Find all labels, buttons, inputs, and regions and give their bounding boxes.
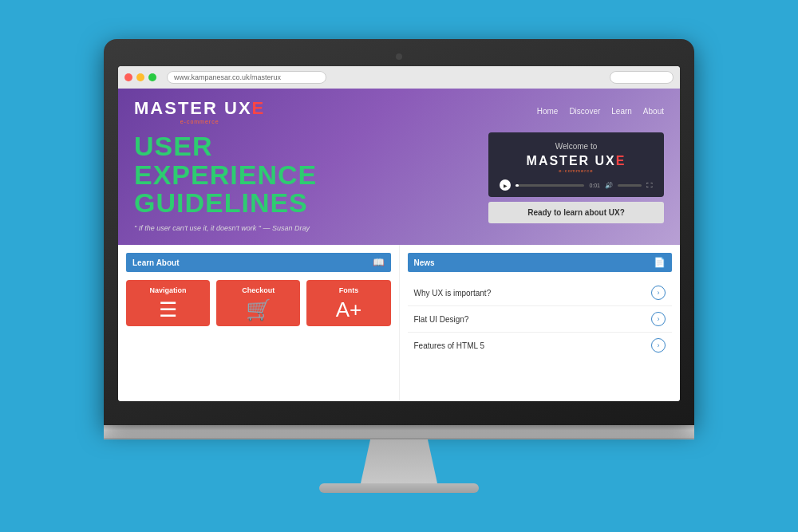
news-item-2-text: Flat UI Design? xyxy=(414,315,469,324)
news-item-2[interactable]: Flat UI Design? › xyxy=(408,306,673,333)
card-fonts[interactable]: Fonts A+ xyxy=(306,280,390,326)
book-icon: 📖 xyxy=(373,257,385,268)
chevron-right-icon-1: › xyxy=(651,286,666,300)
search-bar[interactable] xyxy=(610,71,674,84)
imac-stand-base xyxy=(319,483,479,493)
site-nav: MASTER UXE e-commerce Home Discover Lear… xyxy=(134,98,664,124)
nav-learn[interactable]: Learn xyxy=(611,107,632,116)
headline-line2: EXPERIENCE xyxy=(134,161,476,190)
nav-links: Home Discover Learn About xyxy=(537,107,664,116)
checkout-icon: 🛒 xyxy=(246,299,271,320)
fullscreen-button[interactable]: ⛶ xyxy=(646,182,653,189)
minimize-dot[interactable] xyxy=(136,73,144,81)
logo-tagline: e-commerce xyxy=(134,119,265,124)
volume-bar[interactable] xyxy=(618,184,642,187)
nav-home[interactable]: Home xyxy=(537,107,559,116)
hero-section: MASTER UXE e-commerce Home Discover Lear… xyxy=(118,89,680,245)
news-item-3-text: Features of HTML 5 xyxy=(414,341,485,350)
logo-accent: E xyxy=(252,98,266,118)
play-button[interactable]: ▶ xyxy=(500,179,511,191)
card-fonts-label: Fonts xyxy=(339,286,359,294)
chevron-right-icon-3: › xyxy=(651,338,666,353)
hero-video-area: Welcome to MASTER UXE e-commerce ▶ xyxy=(488,132,664,223)
close-dot[interactable] xyxy=(124,73,132,81)
time-display: 0:01 xyxy=(589,183,600,188)
volume-icon[interactable]: 🔊 xyxy=(605,182,613,189)
hero-headline: USER EXPERIENCE GUIDELINES xyxy=(134,132,476,218)
navigation-icon: ☰ xyxy=(159,299,177,320)
headline-line3: GUIDELINES xyxy=(134,189,476,218)
video-tagline: e-commerce xyxy=(496,168,656,173)
imac-stand-top xyxy=(351,439,447,483)
card-navigation[interactable]: Navigation ☰ xyxy=(126,280,210,326)
screen-bezel: www.kampanesar.co.uk/masterux MASTER UXE… xyxy=(104,39,694,425)
hero-text: USER EXPERIENCE GUIDELINES " If the user… xyxy=(134,132,476,232)
news-item-1[interactable]: Why UX is important? › xyxy=(408,280,673,306)
learn-about-header: Learn About 📖 xyxy=(126,253,391,272)
hero-body: USER EXPERIENCE GUIDELINES " If the user… xyxy=(134,132,664,232)
news-item-1-text: Why UX is important? xyxy=(414,289,492,298)
progress-bar[interactable] xyxy=(516,184,584,187)
imac-chin xyxy=(104,425,694,439)
video-controls: ▶ 0:01 🔊 ⛶ xyxy=(496,179,656,191)
news-header: News 📄 xyxy=(408,253,673,272)
hero-quote: " If the user can't use it, it doesn't w… xyxy=(134,224,476,232)
document-icon: 📄 xyxy=(654,257,666,268)
news-item-3[interactable]: Features of HTML 5 › xyxy=(408,333,673,358)
content-section: Learn About 📖 Navigation ☰ Checkout 🛒 xyxy=(118,245,680,401)
imac-mockup: www.kampanesar.co.uk/masterux MASTER UXE… xyxy=(104,39,694,493)
news-panel: News 📄 Why UX is important? › Flat UI De… xyxy=(400,245,681,401)
video-welcome: Welcome to xyxy=(496,142,656,151)
chevron-right-icon-2: › xyxy=(651,312,666,326)
site-logo: MASTER UXE e-commerce xyxy=(134,98,265,124)
card-navigation-label: Navigation xyxy=(150,286,187,294)
progress-fill xyxy=(516,184,519,187)
url-bar[interactable]: www.kampanesar.co.uk/masterux xyxy=(167,71,326,84)
learn-about-title: Learn About xyxy=(132,258,180,267)
video-title: MASTER UXE xyxy=(496,154,656,168)
nav-discover[interactable]: Discover xyxy=(569,107,600,116)
video-title-accent: E xyxy=(616,154,626,167)
maximize-dot[interactable] xyxy=(148,73,156,81)
nav-about[interactable]: About xyxy=(643,107,664,116)
news-title: News xyxy=(414,258,435,267)
browser-bar: www.kampanesar.co.uk/masterux xyxy=(118,66,680,89)
headline-line1: USER xyxy=(134,132,476,161)
cta-button[interactable]: Ready to learn about UX? xyxy=(488,202,664,223)
url-text: www.kampanesar.co.uk/masterux xyxy=(174,73,281,81)
screen: www.kampanesar.co.uk/masterux MASTER UXE… xyxy=(118,66,680,401)
website: MASTER UXE e-commerce Home Discover Lear… xyxy=(118,89,680,401)
card-checkout-label: Checkout xyxy=(242,286,275,294)
learn-about-panel: Learn About 📖 Navigation ☰ Checkout 🛒 xyxy=(118,245,400,401)
fonts-icon: A+ xyxy=(336,299,362,320)
camera xyxy=(396,53,402,60)
card-checkout[interactable]: Checkout 🛒 xyxy=(216,280,300,326)
cards-row: Navigation ☰ Checkout 🛒 Fonts A+ xyxy=(126,280,391,326)
video-player: Welcome to MASTER UXE e-commerce ▶ xyxy=(488,132,664,197)
